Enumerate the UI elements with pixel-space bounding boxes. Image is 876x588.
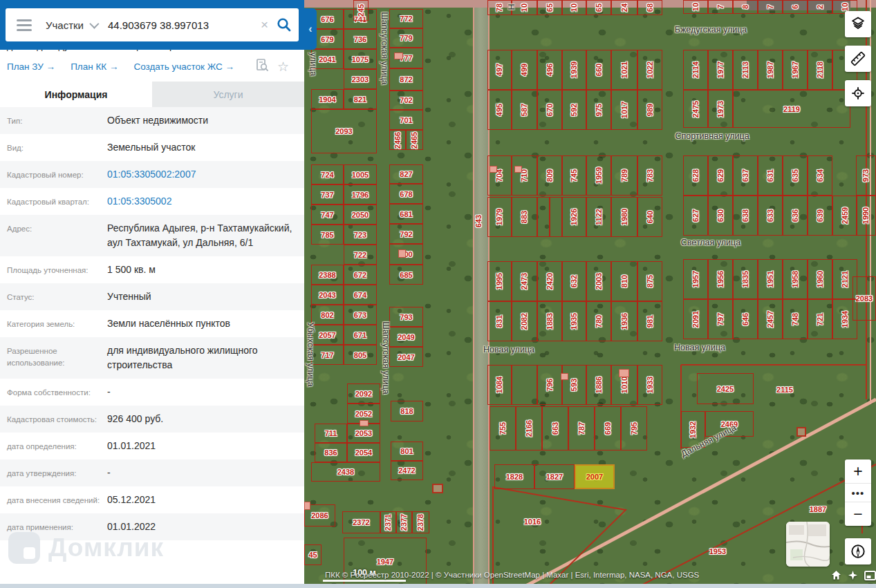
info-row-value-link[interactable]: 01:05:3305002:2007 xyxy=(107,167,297,182)
parcel-638[interactable]: 638 xyxy=(733,196,758,236)
parcel-2465[interactable]: 2465 xyxy=(406,130,423,150)
parcel-678[interactable]: 678 xyxy=(389,184,423,204)
parcel-685[interactable]: 685 xyxy=(389,265,423,285)
parcel-1995[interactable]: 1995 xyxy=(487,261,512,301)
parcel-2003[interactable]: 2003 xyxy=(586,261,611,301)
parcel-1828[interactable]: 1828 xyxy=(494,464,534,489)
parcel-2047[interactable]: 2047 xyxy=(389,347,423,367)
parcel-1883[interactable]: 1883 xyxy=(537,301,562,341)
parcel-2166[interactable]: 2166 xyxy=(516,406,542,451)
parcel-818[interactable]: 818 xyxy=(391,401,423,421)
parcel-717[interactable]: 717 xyxy=(311,345,344,365)
parcel-2119[interactable]: 2119 xyxy=(733,90,850,128)
parcel-2007[interactable]: 2007 xyxy=(575,464,615,489)
parcel-2420[interactable]: 2420 xyxy=(537,261,562,301)
parcel-785[interactable]: 785 xyxy=(311,225,344,245)
parcel-883[interactable]: 883 xyxy=(512,197,537,237)
parcel-802[interactable]: 802 xyxy=(311,305,344,325)
parcel-748[interactable]: 748 xyxy=(783,299,808,339)
parcel-831[interactable]: 831 xyxy=(487,301,512,341)
parcel-2043[interactable]: 2043 xyxy=(311,285,344,305)
tab-information[interactable]: Информация xyxy=(0,82,152,107)
parcel-805[interactable]: 805 xyxy=(344,345,377,365)
parcel-1953[interactable]: 1953 xyxy=(697,540,738,563)
parcel-2113[interactable]: 2113 xyxy=(733,50,758,90)
parcel-783[interactable]: 783 xyxy=(637,155,662,196)
parcel-673[interactable]: 673 xyxy=(344,305,377,325)
parcel-669[interactable]: 669 xyxy=(595,406,621,451)
parcel-1122[interactable]: 1122 xyxy=(586,197,611,237)
parcel-1016[interactable]: 1016 xyxy=(505,510,560,533)
parcel-779[interactable]: 779 xyxy=(389,28,423,48)
home-icon[interactable] xyxy=(831,570,841,580)
parcel-704[interactable]: 704 xyxy=(487,155,512,196)
parcel-722[interactable]: 722 xyxy=(344,245,377,265)
parcel-681[interactable]: 681 xyxy=(389,204,423,224)
parcel-789[interactable]: 789 xyxy=(611,155,637,196)
parcel-1926[interactable]: 1926 xyxy=(562,197,586,237)
parcel-2472[interactable]: 2472 xyxy=(391,461,423,480)
parcel-1933[interactable]: 1933 xyxy=(637,365,662,405)
parcel-628[interactable]: 628 xyxy=(683,155,708,196)
parcel-2371[interactable]: 2371 xyxy=(380,511,396,533)
parcel-745[interactable]: 745 xyxy=(562,155,586,196)
parcel-7[interactable]: 7 xyxy=(708,0,733,14)
parcel-1935[interactable]: 1935 xyxy=(562,301,586,341)
parcel-2[interactable]: 2 xyxy=(808,0,832,14)
star-icon[interactable]: ☆ xyxy=(277,60,289,73)
parcel-973[interactable]: 973 xyxy=(856,155,876,196)
parcel-2118[interactable]: 2118 xyxy=(808,50,832,90)
parcel-2466[interactable]: 2466 xyxy=(389,130,406,150)
parcel-663[interactable]: 663 xyxy=(542,406,568,451)
parcel-796[interactable]: 796 xyxy=(537,365,562,405)
parcel-747[interactable]: 747 xyxy=(311,205,344,225)
parcel-836[interactable]: 836 xyxy=(315,443,347,462)
collapse-panel-button[interactable]: ‹ xyxy=(304,8,317,50)
parcel-2092[interactable]: 2092 xyxy=(347,383,380,404)
parcel-1835[interactable]: 1835 xyxy=(733,259,758,299)
parcel-65[interactable]: 65 xyxy=(537,0,562,15)
parcel-65[interactable]: 65 xyxy=(586,0,611,15)
parcel-793[interactable]: 793 xyxy=(389,307,423,327)
parcel-670[interactable]: 670 xyxy=(537,90,562,130)
parcel-1939[interactable]: 1939 xyxy=(562,50,586,90)
parcel-unlabeled[interactable] xyxy=(537,197,550,237)
parcel-780[interactable]: 780 xyxy=(586,301,611,341)
parcel-499[interactable]: 499 xyxy=(512,50,537,90)
parcel-2057[interactable]: 2057 xyxy=(311,325,344,345)
parcel-8[interactable]: 8 xyxy=(733,0,758,14)
fullscreen-icon[interactable] xyxy=(864,571,876,580)
search-category-select[interactable]: Участки xyxy=(46,19,97,31)
parcel-45[interactable]: 45 xyxy=(304,544,321,565)
parcel-2303[interactable]: 2303 xyxy=(344,69,377,89)
parcel-1886[interactable]: 1886 xyxy=(586,365,611,405)
parcel-660[interactable]: 660 xyxy=(586,50,611,90)
parcel-2473[interactable]: 2473 xyxy=(512,261,537,301)
parcel-801[interactable]: 801 xyxy=(391,442,423,461)
parcel-631[interactable]: 631 xyxy=(758,155,783,196)
parcel-2054[interactable]: 2054 xyxy=(347,443,380,462)
parcel-2049[interactable]: 2049 xyxy=(389,327,423,347)
parcel-1990[interactable]: 1990 xyxy=(856,196,876,236)
parcel-1827[interactable]: 1827 xyxy=(534,464,575,489)
parcel-875[interactable]: 875 xyxy=(637,261,662,301)
parcel-6[interactable]: 6 xyxy=(783,0,808,14)
parcel-632[interactable]: 632 xyxy=(562,261,586,301)
parcel-2114[interactable]: 2114 xyxy=(683,50,708,90)
parcel-809[interactable]: 809 xyxy=(537,155,562,196)
doc-search-icon[interactable] xyxy=(255,58,269,75)
search-icon[interactable] xyxy=(275,17,292,32)
parcel-1005[interactable]: 1005 xyxy=(344,164,377,184)
parcel-634[interactable]: 634 xyxy=(808,155,832,196)
parcel-unlabeled[interactable] xyxy=(550,197,562,237)
clear-icon[interactable]: × xyxy=(254,17,275,32)
parcel-10[interactable]: 10 xyxy=(683,0,708,14)
parcel-1084[interactable]: 1084 xyxy=(487,365,512,405)
compass-button[interactable] xyxy=(845,538,871,565)
parcel-1936[interactable]: 1936 xyxy=(611,301,637,341)
parcel-496[interactable]: 496 xyxy=(537,50,562,90)
parcel-792[interactable]: 792 xyxy=(389,224,423,244)
parcel-2377[interactable]: 2377 xyxy=(396,511,412,533)
parcel-2457[interactable]: 2457 xyxy=(758,299,783,339)
parcel-2425[interactable]: 2425 xyxy=(697,373,754,404)
